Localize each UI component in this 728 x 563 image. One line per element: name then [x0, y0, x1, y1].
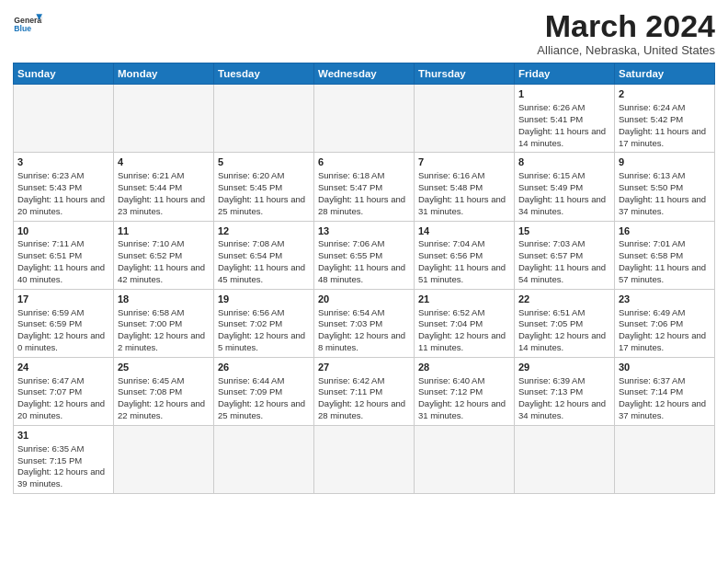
- calendar-header-row: SundayMondayTuesdayWednesdayThursdayFrid…: [14, 63, 715, 85]
- calendar-week-3: 17Sunrise: 6:59 AM Sunset: 6:59 PM Dayli…: [14, 289, 715, 357]
- calendar-cell: 14Sunrise: 7:04 AM Sunset: 6:56 PM Dayli…: [415, 221, 515, 289]
- calendar-cell: [14, 85, 114, 153]
- calendar-cell: 4Sunrise: 6:21 AM Sunset: 5:44 PM Daylig…: [114, 153, 214, 221]
- day-info: Sunrise: 7:10 AM Sunset: 6:52 PM Dayligh…: [118, 238, 210, 285]
- calendar-cell: 5Sunrise: 6:20 AM Sunset: 5:45 PM Daylig…: [214, 153, 314, 221]
- day-number: 17: [17, 293, 109, 306]
- day-info: Sunrise: 7:08 AM Sunset: 6:54 PM Dayligh…: [218, 238, 310, 285]
- calendar-cell: 10Sunrise: 7:11 AM Sunset: 6:51 PM Dayli…: [14, 221, 114, 289]
- day-number: 22: [518, 293, 610, 306]
- col-header-monday: Monday: [114, 63, 214, 85]
- calendar-cell: [615, 425, 715, 493]
- calendar-cell: [214, 425, 314, 493]
- day-info: Sunrise: 7:04 AM Sunset: 6:56 PM Dayligh…: [418, 238, 510, 285]
- day-info: Sunrise: 7:06 AM Sunset: 6:55 PM Dayligh…: [318, 238, 410, 285]
- day-number: 23: [619, 293, 711, 306]
- col-header-sunday: Sunday: [14, 63, 114, 85]
- day-info: Sunrise: 6:59 AM Sunset: 6:59 PM Dayligh…: [17, 307, 109, 354]
- calendar-cell: 23Sunrise: 6:49 AM Sunset: 7:06 PM Dayli…: [615, 289, 715, 357]
- day-info: Sunrise: 6:56 AM Sunset: 7:02 PM Dayligh…: [218, 307, 310, 354]
- day-number: 30: [619, 361, 711, 374]
- calendar-cell: [114, 425, 214, 493]
- day-number: 20: [318, 293, 410, 306]
- calendar-cell: 8Sunrise: 6:15 AM Sunset: 5:49 PM Daylig…: [515, 153, 615, 221]
- calendar-cell: 18Sunrise: 6:58 AM Sunset: 7:00 PM Dayli…: [114, 289, 214, 357]
- day-info: Sunrise: 6:18 AM Sunset: 5:47 PM Dayligh…: [318, 170, 410, 217]
- calendar-cell: 22Sunrise: 6:51 AM Sunset: 7:05 PM Dayli…: [515, 289, 615, 357]
- day-number: 11: [118, 224, 210, 238]
- day-info: Sunrise: 6:21 AM Sunset: 5:44 PM Dayligh…: [118, 170, 210, 217]
- day-number: 12: [218, 224, 310, 238]
- day-info: Sunrise: 6:47 AM Sunset: 7:07 PM Dayligh…: [17, 375, 109, 422]
- calendar-week-4: 24Sunrise: 6:47 AM Sunset: 7:07 PM Dayli…: [14, 357, 715, 425]
- day-info: Sunrise: 6:15 AM Sunset: 5:49 PM Dayligh…: [518, 170, 610, 217]
- subtitle: Alliance, Nebraska, United States: [537, 43, 715, 57]
- day-number: 1: [518, 87, 610, 101]
- calendar-cell: 24Sunrise: 6:47 AM Sunset: 7:07 PM Dayli…: [14, 357, 114, 425]
- header: General Blue March 2024 Alliance, Nebras…: [13, 9, 715, 57]
- day-info: Sunrise: 6:54 AM Sunset: 7:03 PM Dayligh…: [318, 307, 410, 354]
- day-number: 21: [418, 293, 510, 306]
- day-info: Sunrise: 6:51 AM Sunset: 7:05 PM Dayligh…: [518, 307, 610, 354]
- day-info: Sunrise: 6:40 AM Sunset: 7:12 PM Dayligh…: [418, 375, 510, 422]
- logo-icon: General Blue: [13, 9, 42, 39]
- calendar-week-2: 10Sunrise: 7:11 AM Sunset: 6:51 PM Dayli…: [14, 221, 715, 289]
- calendar-cell: [214, 85, 314, 153]
- day-number: 26: [218, 361, 310, 374]
- calendar-cell: 1Sunrise: 6:26 AM Sunset: 5:41 PM Daylig…: [515, 85, 615, 153]
- calendar-cell: 2Sunrise: 6:24 AM Sunset: 5:42 PM Daylig…: [615, 85, 715, 153]
- day-number: 9: [619, 155, 711, 169]
- day-number: 29: [518, 361, 610, 374]
- day-info: Sunrise: 6:13 AM Sunset: 5:50 PM Dayligh…: [619, 170, 711, 217]
- day-number: 2: [619, 87, 711, 101]
- day-number: 18: [118, 293, 210, 306]
- day-number: 8: [518, 155, 610, 169]
- day-number: 7: [418, 155, 510, 169]
- calendar-cell: 30Sunrise: 6:37 AM Sunset: 7:14 PM Dayli…: [615, 357, 715, 425]
- day-number: 5: [218, 155, 310, 169]
- day-number: 27: [318, 361, 410, 374]
- calendar-cell: 16Sunrise: 7:01 AM Sunset: 6:58 PM Dayli…: [615, 221, 715, 289]
- calendar-cell: 15Sunrise: 7:03 AM Sunset: 6:57 PM Dayli…: [515, 221, 615, 289]
- day-info: Sunrise: 7:01 AM Sunset: 6:58 PM Dayligh…: [619, 238, 711, 285]
- day-info: Sunrise: 7:11 AM Sunset: 6:51 PM Dayligh…: [17, 238, 109, 285]
- day-info: Sunrise: 6:20 AM Sunset: 5:45 PM Dayligh…: [218, 170, 310, 217]
- calendar-cell: 6Sunrise: 6:18 AM Sunset: 5:47 PM Daylig…: [314, 153, 415, 221]
- day-info: Sunrise: 6:39 AM Sunset: 7:13 PM Dayligh…: [518, 375, 610, 422]
- day-info: Sunrise: 6:16 AM Sunset: 5:48 PM Dayligh…: [418, 170, 510, 217]
- calendar-cell: 17Sunrise: 6:59 AM Sunset: 6:59 PM Dayli…: [14, 289, 114, 357]
- calendar-cell: 19Sunrise: 6:56 AM Sunset: 7:02 PM Dayli…: [214, 289, 314, 357]
- day-number: 28: [418, 361, 510, 374]
- title-block: March 2024 Alliance, Nebraska, United St…: [537, 9, 715, 57]
- calendar-cell: 20Sunrise: 6:54 AM Sunset: 7:03 PM Dayli…: [314, 289, 415, 357]
- day-number: 13: [318, 224, 410, 238]
- calendar-week-1: 3Sunrise: 6:23 AM Sunset: 5:43 PM Daylig…: [14, 153, 715, 221]
- col-header-thursday: Thursday: [415, 63, 515, 85]
- day-info: Sunrise: 7:03 AM Sunset: 6:57 PM Dayligh…: [518, 238, 610, 285]
- calendar-cell: 11Sunrise: 7:10 AM Sunset: 6:52 PM Dayli…: [114, 221, 214, 289]
- day-number: 3: [17, 155, 109, 169]
- calendar-cell: 7Sunrise: 6:16 AM Sunset: 5:48 PM Daylig…: [415, 153, 515, 221]
- col-header-wednesday: Wednesday: [314, 63, 415, 85]
- page: General Blue March 2024 Alliance, Nebras…: [0, 0, 728, 563]
- calendar-cell: [314, 85, 415, 153]
- day-number: 6: [318, 155, 410, 169]
- col-header-saturday: Saturday: [615, 63, 715, 85]
- day-number: 16: [619, 224, 711, 238]
- calendar-cell: 3Sunrise: 6:23 AM Sunset: 5:43 PM Daylig…: [14, 153, 114, 221]
- calendar-week-0: 1Sunrise: 6:26 AM Sunset: 5:41 PM Daylig…: [14, 85, 715, 153]
- day-number: 25: [118, 361, 210, 374]
- day-info: Sunrise: 6:49 AM Sunset: 7:06 PM Dayligh…: [619, 307, 711, 354]
- day-info: Sunrise: 6:58 AM Sunset: 7:00 PM Dayligh…: [118, 307, 210, 354]
- day-info: Sunrise: 6:35 AM Sunset: 7:15 PM Dayligh…: [17, 443, 109, 490]
- calendar-cell: [415, 425, 515, 493]
- col-header-friday: Friday: [515, 63, 615, 85]
- calendar-cell: [515, 425, 615, 493]
- day-info: Sunrise: 6:37 AM Sunset: 7:14 PM Dayligh…: [619, 375, 711, 422]
- calendar-cell: [415, 85, 515, 153]
- calendar-cell: [114, 85, 214, 153]
- calendar-cell: 13Sunrise: 7:06 AM Sunset: 6:55 PM Dayli…: [314, 221, 415, 289]
- calendar-cell: 26Sunrise: 6:44 AM Sunset: 7:09 PM Dayli…: [214, 357, 314, 425]
- calendar-cell: 25Sunrise: 6:45 AM Sunset: 7:08 PM Dayli…: [114, 357, 214, 425]
- calendar-cell: 28Sunrise: 6:40 AM Sunset: 7:12 PM Dayli…: [415, 357, 515, 425]
